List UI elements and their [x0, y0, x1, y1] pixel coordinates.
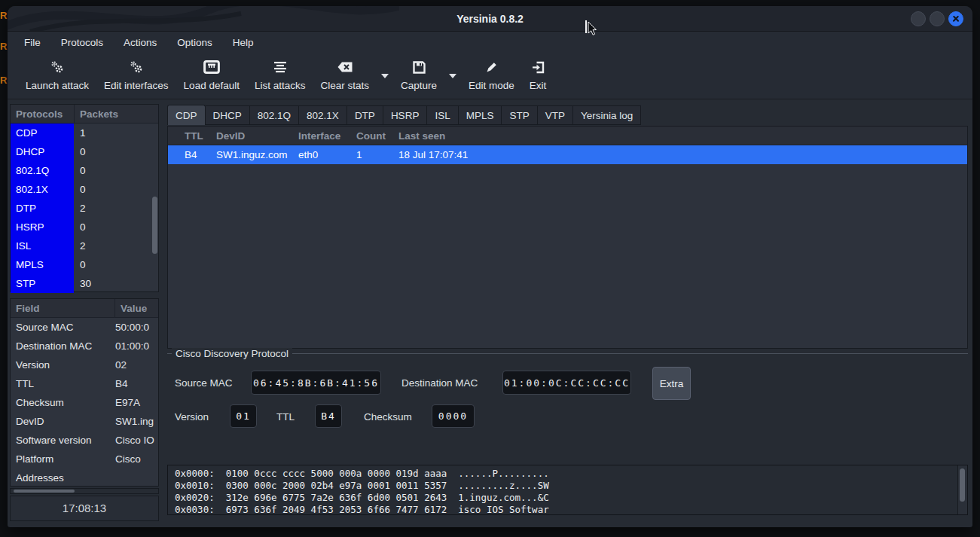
field-value: 02: [114, 359, 158, 371]
window-title: Yersinia 0.8.2: [8, 6, 972, 32]
field-row[interactable]: Version02: [11, 355, 158, 374]
col-header-count[interactable]: Count: [356, 130, 398, 142]
minimize-button[interactable]: [911, 11, 926, 26]
col-header-interface[interactable]: Interface: [298, 130, 356, 142]
tab-dhcp[interactable]: DHCP: [206, 105, 250, 125]
field-row[interactable]: PlatformCisco: [11, 450, 158, 468]
clear-stats-dropdown[interactable]: [377, 58, 393, 94]
protocol-row-cdp[interactable]: CDP1: [11, 124, 158, 142]
source-mac-input[interactable]: 06:45:8B:6B:41:56: [251, 371, 381, 395]
protocol-packets: 1: [74, 127, 158, 139]
checksum-label: Checksum: [364, 411, 412, 423]
field-name: DevID: [11, 416, 114, 427]
tab-dtp[interactable]: DTP: [347, 105, 383, 125]
scrollbar-thumb[interactable]: [14, 490, 75, 493]
protocol-row-stp[interactable]: STP30: [11, 274, 158, 293]
toolbar-label: Edit mode: [469, 80, 514, 91]
menu-protocols[interactable]: Protocols: [61, 37, 103, 48]
tab-mpls[interactable]: MPLS: [459, 105, 502, 125]
scrollbar-thumb[interactable]: [960, 468, 965, 502]
protocol-name: CDP: [11, 124, 74, 142]
edit-interfaces-button[interactable]: Edit interfaces: [96, 58, 176, 93]
field-value: B4: [114, 378, 158, 389]
col-header-devid[interactable]: DevID: [216, 130, 298, 142]
maximize-button[interactable]: [930, 11, 945, 26]
col-header-ttl[interactable]: TTL: [185, 130, 216, 142]
field-row[interactable]: ChecksumE97A: [11, 393, 158, 412]
tab-hsrp[interactable]: HSRP: [383, 105, 428, 125]
protocols-column-header[interactable]: Protocols: [11, 105, 74, 124]
field-column-header[interactable]: Field: [11, 299, 114, 318]
exit-button[interactable]: Exit: [522, 58, 554, 93]
destination-mac-label: Destination MAC: [401, 377, 478, 389]
field-row[interactable]: Source MAC50:00:0: [11, 318, 158, 337]
ttl-input[interactable]: B4: [315, 404, 342, 428]
fields-horizontal-scrollbar[interactable]: [10, 488, 159, 494]
tab-vtp[interactable]: VTP: [538, 105, 573, 125]
col-header-last-seen[interactable]: Last seen: [398, 130, 967, 142]
protocol-packets: 2: [74, 203, 158, 214]
field-value: E97A: [114, 397, 158, 408]
menu-bar: File Protocols Actions Options Help: [8, 32, 972, 53]
hex-dump-scrollbar[interactable]: [957, 465, 967, 514]
protocol-row-hsrp[interactable]: HSRP0: [11, 218, 158, 236]
menu-help[interactable]: Help: [233, 37, 254, 48]
load-default-button[interactable]: Load default: [176, 58, 247, 93]
toolbar-label: Exit: [530, 80, 547, 91]
close-button[interactable]: [948, 11, 963, 26]
protocol-row-dtp[interactable]: DTP2: [11, 199, 158, 218]
protocol-packets: 0: [74, 184, 158, 195]
clear-stats-button[interactable]: Clear stats: [313, 58, 377, 93]
ttl-label: TTL: [276, 411, 295, 423]
cell-interface: eth0: [298, 149, 356, 160]
menu-actions[interactable]: Actions: [124, 37, 157, 48]
list-attacks-button[interactable]: List attacks: [247, 58, 313, 93]
cell-last-seen: 18 Jul 17:07:41: [398, 149, 967, 160]
capture-dropdown[interactable]: [444, 58, 461, 94]
tab-8021q[interactable]: 802.1Q: [250, 105, 299, 125]
protocol-name: MPLS: [11, 255, 74, 274]
fields-panel: Field Value Source MAC50:00:0 Destinatio…: [10, 298, 159, 487]
destination-mac-input[interactable]: 01:00:0C:CC:CC:CC: [502, 371, 631, 395]
field-name: Checksum: [11, 397, 114, 408]
launch-attack-button[interactable]: Launch attack: [18, 58, 96, 93]
capture-button[interactable]: Capture: [393, 58, 444, 93]
source-mac-label: Source MAC: [175, 377, 233, 389]
menu-options[interactable]: Options: [177, 37, 212, 48]
extra-button[interactable]: Extra: [652, 367, 691, 400]
tab-8021x[interactable]: 802.1X: [299, 105, 347, 125]
tab-yersinia-log[interactable]: Yersinia log: [573, 105, 641, 125]
tab-cdp[interactable]: CDP: [167, 105, 206, 125]
protocol-row-dhcp[interactable]: DHCP0: [11, 142, 158, 161]
checksum-input[interactable]: 0000: [432, 404, 475, 428]
tab-isl[interactable]: ISL: [427, 105, 458, 125]
protocol-packets: 0: [74, 165, 158, 176]
packet-table-row[interactable]: B4 SW1.inguz.com eth0 1 18 Jul 17:07:41: [168, 145, 967, 164]
toolbar-label: Edit interfaces: [104, 80, 169, 91]
field-row[interactable]: TTLB4: [11, 374, 158, 393]
protocol-row-isl[interactable]: ISL2: [11, 236, 158, 255]
field-row[interactable]: DevIDSW1.ing: [11, 412, 158, 431]
menu-file[interactable]: File: [24, 37, 41, 48]
field-name: Platform: [11, 453, 114, 465]
protocol-packets: 0: [74, 146, 158, 157]
protocol-row-8021x[interactable]: 802.1X0: [11, 180, 158, 199]
protocol-row-8021q[interactable]: 802.1Q0: [11, 161, 158, 180]
protocol-name: ISL: [11, 236, 74, 255]
window-titlebar[interactable]: Yersinia 0.8.2: [8, 6, 972, 32]
version-input[interactable]: 01: [230, 404, 257, 428]
field-row[interactable]: Software versionCisco IO: [11, 431, 158, 450]
protocol-row-mpls[interactable]: MPLS0: [11, 255, 158, 274]
field-row[interactable]: Addresses: [11, 468, 158, 487]
value-column-header[interactable]: Value: [114, 299, 158, 318]
packets-column-header[interactable]: Packets: [74, 105, 158, 124]
field-value: 01:00:0: [114, 340, 158, 352]
protocols-scrollbar[interactable]: [152, 197, 157, 254]
tab-stp[interactable]: STP: [502, 105, 537, 125]
field-name: Software version: [11, 435, 114, 446]
field-value: Cisco IO: [114, 435, 158, 446]
chevron-down-icon: [449, 74, 456, 78]
edit-mode-button[interactable]: Edit mode: [461, 58, 522, 93]
hex-dump-line: 0x0020: 312e 696e 6775 7a2e 636f 6d00 05…: [175, 492, 967, 504]
field-row[interactable]: Destination MAC01:00:0: [11, 337, 158, 355]
